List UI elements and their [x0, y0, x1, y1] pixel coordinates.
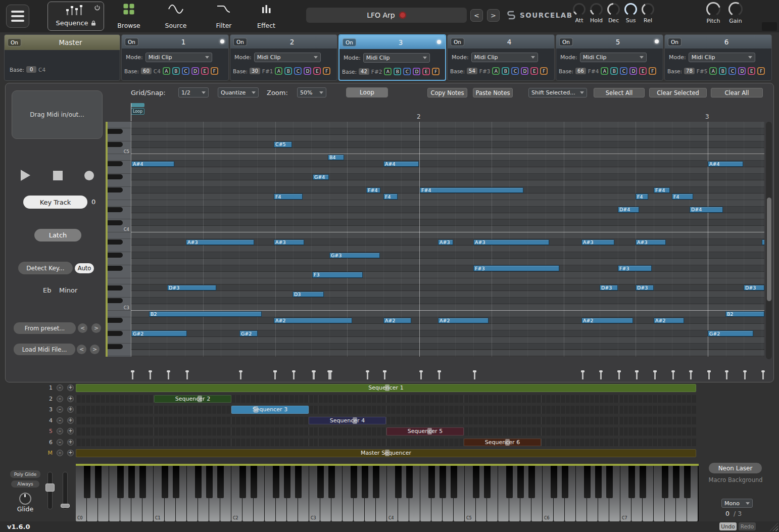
velocity-pin[interactable]: [690, 372, 692, 379]
midi-note[interactable]: F4: [672, 194, 693, 199]
midi-note[interactable]: F#3: [473, 265, 559, 271]
slot-e-button[interactable]: E: [313, 67, 321, 75]
velocity-pin[interactable]: [600, 372, 602, 379]
track-panel-4[interactable]: On4Mode:Midi ClipBase:54F#3ABCDEF: [447, 34, 555, 81]
velocity-pin[interactable]: [582, 372, 583, 379]
base-value[interactable]: 78: [684, 68, 695, 74]
black-key[interactable]: [162, 466, 168, 498]
black-key[interactable]: [108, 298, 131, 304]
velocity-pin[interactable]: [439, 372, 440, 379]
tab-sequence[interactable]: Sequence: [47, 2, 104, 31]
white-key[interactable]: [108, 213, 131, 220]
white-key[interactable]: [108, 324, 131, 330]
velocity-pin[interactable]: [330, 372, 331, 379]
mode-dropdown[interactable]: Midi Clip: [580, 53, 647, 62]
black-key[interactable]: [108, 161, 131, 167]
white-key[interactable]: [108, 122, 131, 128]
midi-note[interactable]: A#2: [383, 318, 411, 323]
white-key[interactable]: [108, 167, 131, 174]
black-key[interactable]: [673, 466, 679, 498]
velocity-pin[interactable]: [293, 372, 295, 379]
black-key[interactable]: [517, 466, 524, 498]
midi-note[interactable]: B4: [328, 155, 344, 160]
slot-e-button[interactable]: E: [201, 67, 209, 75]
add-sequencer-button[interactable]: +: [67, 417, 74, 424]
black-key[interactable]: [108, 265, 131, 272]
glide-slider-1-handle[interactable]: [45, 483, 55, 492]
tab-source[interactable]: Source: [161, 3, 191, 29]
slot-d-button[interactable]: D: [738, 67, 746, 75]
track-panel-3[interactable]: On3Mode:Midi ClipBase:42F#2ABCDEF: [338, 34, 446, 81]
black-key[interactable]: [108, 141, 131, 148]
resize-grip[interactable]: [770, 523, 778, 531]
black-key[interactable]: [108, 187, 131, 194]
piano-roll-grid[interactable]: A#4G#2B2D#3A#3G#2C#5F4A#3A#2D3F3G#4B4G#3…: [131, 122, 764, 357]
slot-b-button[interactable]: B: [610, 67, 618, 75]
from-preset-next-button[interactable]: >: [91, 323, 101, 333]
midi-note[interactable]: A#3: [186, 239, 254, 245]
velocity-pin[interactable]: [672, 372, 674, 379]
sequencer-clip[interactable]: Sequencer 4: [309, 417, 386, 425]
midi-note[interactable]: A#3: [581, 239, 614, 245]
slot-d-button[interactable]: D: [521, 67, 528, 75]
slot-e-button[interactable]: E: [530, 67, 538, 75]
grid-snap-dropdown[interactable]: 1/2: [178, 87, 209, 98]
sus-knob[interactable]: [624, 3, 637, 16]
slot-c-button[interactable]: C: [620, 67, 627, 75]
midi-note[interactable]: G#2: [708, 330, 753, 336]
slot-b-button[interactable]: B: [172, 67, 180, 75]
black-key[interactable]: [640, 466, 646, 498]
velocity-pin[interactable]: [132, 372, 133, 379]
slot-f-button[interactable]: F: [757, 67, 765, 75]
quantize-dropdown[interactable]: Quantize: [218, 87, 259, 98]
preset-prev-button[interactable]: <: [470, 9, 483, 22]
slot-a-button[interactable]: A: [601, 67, 608, 75]
preset-name-field[interactable]: LFO Arp: [306, 8, 467, 23]
velocity-pin[interactable]: [367, 372, 368, 379]
slot-e-button[interactable]: E: [748, 67, 755, 75]
velocity-pin[interactable]: [636, 372, 638, 379]
track-on-toggle[interactable]: On: [343, 38, 356, 46]
black-key[interactable]: [108, 220, 131, 226]
black-key[interactable]: [295, 466, 302, 498]
slot-c-button[interactable]: C: [182, 67, 189, 75]
att-knob[interactable]: [573, 3, 586, 16]
mode-dropdown[interactable]: Midi Clip: [145, 53, 212, 62]
black-key[interactable]: [362, 466, 368, 498]
base-value[interactable]: 66: [575, 68, 586, 74]
mode-dropdown[interactable]: Midi Clip: [471, 53, 538, 62]
white-key[interactable]: [108, 311, 131, 317]
black-key[interactable]: [108, 344, 131, 350]
undo-button[interactable]: Undo: [719, 522, 737, 530]
base-value[interactable]: 42: [359, 68, 369, 75]
load-midi-file-button[interactable]: Load Midi File...: [14, 344, 75, 355]
black-key[interactable]: [684, 466, 691, 498]
remove-sequencer-button[interactable]: -: [57, 406, 63, 413]
black-key[interactable]: [108, 252, 131, 259]
midi-note[interactable]: G#4: [313, 174, 329, 180]
slot-a-button[interactable]: A: [163, 67, 170, 75]
white-key[interactable]: [108, 180, 131, 187]
add-sequencer-button[interactable]: +: [67, 428, 74, 434]
add-sequencer-button[interactable]: +: [67, 439, 74, 446]
black-key[interactable]: [628, 466, 635, 498]
drag-midi-dropzone[interactable]: Drag Midi in/out...: [12, 90, 103, 139]
hold-knob[interactable]: [590, 3, 603, 16]
velocity-pin[interactable]: [744, 372, 746, 379]
slot-f-button[interactable]: F: [432, 68, 440, 75]
base-value[interactable]: 0: [26, 66, 36, 73]
slot-b-button[interactable]: B: [394, 68, 401, 75]
black-key[interactable]: [606, 466, 613, 498]
from-preset-prev-button[interactable]: <: [78, 323, 87, 333]
remove-sequencer-button[interactable]: -: [57, 384, 63, 391]
white-key[interactable]: [108, 278, 131, 285]
add-sequencer-button[interactable]: +: [67, 384, 74, 391]
black-key[interactable]: [428, 466, 435, 498]
slot-a-button[interactable]: A: [492, 67, 500, 75]
midi-note[interactable]: C#5: [274, 141, 292, 147]
from-preset-button[interactable]: From preset...: [14, 322, 76, 334]
velocity-pin[interactable]: [150, 372, 151, 379]
midi-note[interactable]: D#4: [690, 207, 723, 212]
black-key[interactable]: [108, 239, 131, 246]
always-button[interactable]: Always: [11, 480, 39, 488]
